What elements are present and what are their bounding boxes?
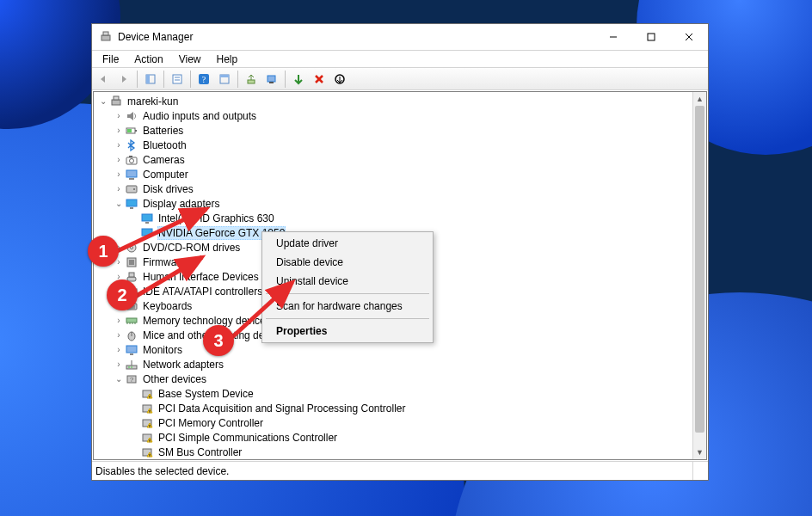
- battery-icon: [125, 124, 138, 138]
- tree-label: Memory technology devices: [142, 315, 272, 327]
- svg-rect-44: [129, 273, 134, 277]
- forward-button[interactable]: [114, 70, 133, 89]
- tree-item[interactable]: Base System Device: [94, 386, 692, 401]
- tree-item[interactable]: PCI Memory Controller: [94, 415, 692, 430]
- tree-label: SM Bus Controller: [157, 446, 243, 458]
- toolbar-separator: [190, 71, 191, 88]
- expander-icon[interactable]: ›: [113, 112, 125, 120]
- show-hide-tree-icon[interactable]: [141, 70, 160, 89]
- tree-label: Audio inputs and outputs: [142, 110, 257, 122]
- tree-category[interactable]: ⌄mareki-kun: [94, 94, 692, 108]
- enable-device-icon[interactable]: [289, 70, 308, 89]
- expander-icon[interactable]: ›: [113, 141, 125, 150]
- tree-category[interactable]: ⌄Display adapters: [94, 196, 692, 211]
- tree-label: Disk drives: [142, 183, 194, 195]
- properties-icon[interactable]: [168, 70, 187, 89]
- tree-label: IDE ATA/ATAPI controllers: [142, 286, 263, 298]
- expander-icon[interactable]: ›: [113, 185, 125, 194]
- computer-icon: [125, 168, 138, 181]
- scan-hardware-icon[interactable]: [262, 70, 281, 89]
- ctx-update-driver[interactable]: Update driver: [264, 234, 431, 253]
- expander-icon[interactable]: ›: [113, 316, 125, 325]
- expander-icon[interactable]: ›: [113, 331, 125, 340]
- context-menu: Update driver Disable device Uninstall d…: [261, 231, 434, 343]
- svg-rect-37: [142, 229, 152, 236]
- svg-text:?: ?: [202, 75, 206, 84]
- annotation-marker-2: 2: [107, 280, 138, 310]
- tree-label: mareki-kun: [126, 95, 179, 108]
- uninstall-device-icon[interactable]: [310, 70, 329, 89]
- expander-icon[interactable]: ⌄: [113, 375, 125, 384]
- tree-label: Cameras: [142, 154, 186, 166]
- ctx-properties[interactable]: Properties: [264, 322, 431, 341]
- svg-rect-34: [130, 207, 133, 209]
- tree-category[interactable]: ›Batteries: [94, 123, 692, 138]
- titlebar[interactable]: Device Manager: [92, 24, 708, 50]
- tree-category[interactable]: ›Disk drives: [94, 181, 692, 196]
- tree-label: Bluetooth: [142, 139, 188, 151]
- warn-icon: [140, 387, 154, 401]
- statusbar: Disables the selected device.: [92, 461, 708, 480]
- svg-rect-24: [135, 130, 137, 132]
- svg-rect-50: [126, 318, 137, 322]
- tree-category[interactable]: ›Bluetooth: [94, 138, 692, 152]
- annotation-marker-1: 1: [88, 236, 119, 267]
- tree-item[interactable]: PCI Simple Communications Controller: [94, 430, 692, 445]
- svg-point-70: [150, 412, 151, 413]
- update-driver-icon[interactable]: [242, 70, 261, 89]
- action-icon[interactable]: [215, 70, 234, 89]
- help-icon[interactable]: ?: [194, 70, 213, 89]
- ctx-uninstall-device[interactable]: Uninstall device: [264, 272, 431, 291]
- expander-icon[interactable]: ›: [113, 156, 125, 164]
- disable-device-icon[interactable]: [330, 70, 349, 89]
- back-button[interactable]: [94, 70, 113, 89]
- maximize-button[interactable]: [632, 24, 670, 50]
- tree-category[interactable]: ›Computer: [94, 167, 692, 181]
- tree-category[interactable]: ›Cameras: [94, 152, 692, 167]
- tree-category[interactable]: ›Audio inputs and outputs: [94, 108, 692, 123]
- tree-item[interactable]: Intel(R) HD Graphics 630: [94, 211, 692, 225]
- annotation-marker-3: 3: [203, 325, 234, 356]
- ctx-disable-device[interactable]: Disable device: [264, 253, 431, 272]
- svg-rect-16: [268, 76, 275, 82]
- tree-category[interactable]: ⌄?Other devices: [94, 372, 692, 386]
- expander-icon[interactable]: ›: [113, 360, 125, 369]
- toolbar-separator: [237, 71, 238, 88]
- expander-icon[interactable]: ⌄: [113, 200, 125, 208]
- svg-rect-14: [220, 75, 229, 77]
- menubar: File Action View Help: [92, 50, 708, 67]
- expander-icon[interactable]: ⌄: [97, 97, 109, 106]
- tree-label: Network adapters: [142, 359, 225, 371]
- vertical-scrollbar[interactable]: ▲ ▼: [692, 92, 706, 459]
- close-button[interactable]: [670, 24, 708, 50]
- ctx-scan-hardware[interactable]: Scan for hardware changes: [264, 297, 431, 316]
- tree-item[interactable]: SM Bus Controller: [94, 445, 692, 459]
- menu-view[interactable]: View: [172, 52, 208, 66]
- tree-item[interactable]: PCI Data Acquisition and Signal Processi…: [94, 401, 692, 415]
- tree-label: Intel(R) HD Graphics 630: [157, 212, 275, 224]
- svg-rect-30: [129, 178, 134, 180]
- expander-icon[interactable]: ›: [113, 170, 125, 179]
- menu-help[interactable]: Help: [210, 52, 245, 66]
- audio-icon: [125, 109, 138, 123]
- menu-file[interactable]: File: [95, 52, 126, 66]
- scroll-up-icon[interactable]: ▲: [693, 92, 706, 106]
- scroll-down-icon[interactable]: ▼: [693, 445, 706, 459]
- toolbar-separator: [137, 71, 138, 88]
- svg-rect-3: [648, 34, 655, 40]
- expander-icon[interactable]: ›: [113, 126, 125, 135]
- svg-point-79: [150, 456, 151, 457]
- svg-rect-38: [145, 236, 149, 238]
- toolbar-separator: [285, 71, 286, 88]
- disk-icon: [125, 182, 138, 196]
- minimize-button[interactable]: [594, 24, 632, 50]
- menu-action[interactable]: Action: [127, 52, 169, 66]
- expander-icon[interactable]: ›: [113, 346, 125, 354]
- tree-category[interactable]: ›Monitors: [94, 342, 692, 357]
- scroll-thumb[interactable]: [695, 106, 704, 433]
- svg-rect-8: [173, 75, 181, 83]
- tree-category[interactable]: ›Network adapters: [94, 357, 692, 372]
- resize-grip[interactable]: [692, 462, 708, 480]
- window-title: Device Manager: [118, 31, 193, 43]
- display-icon: [125, 197, 138, 211]
